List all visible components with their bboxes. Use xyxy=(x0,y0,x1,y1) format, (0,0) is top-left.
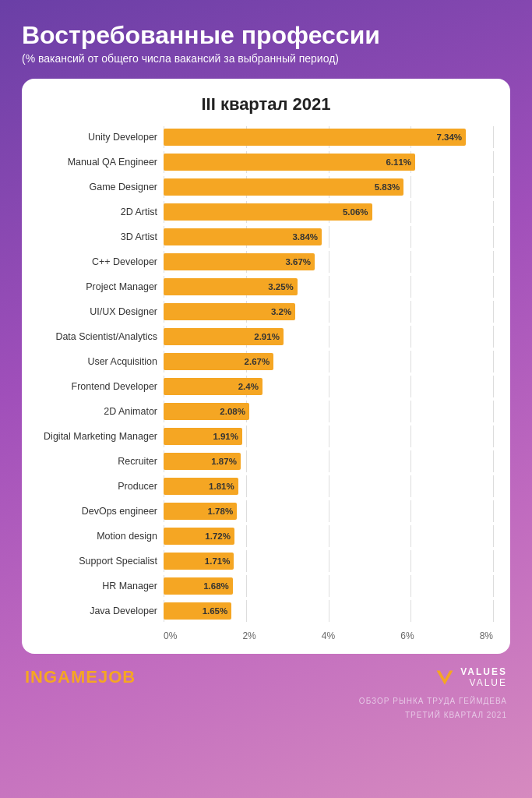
grid-line xyxy=(493,500,494,522)
bar: 1.68% xyxy=(164,577,233,595)
svg-marker-0 xyxy=(437,671,453,685)
bar-value-label: 2.67% xyxy=(245,357,270,366)
bar-value-label: 5.06% xyxy=(343,207,368,217)
grid-line xyxy=(410,425,411,447)
bars-wrapper: 2.67% xyxy=(164,353,493,370)
bar: 6.11% xyxy=(164,154,415,171)
grid-line xyxy=(410,251,411,273)
chart-row: UI/UX Designer3.2% xyxy=(39,302,493,322)
bar: 2.67% xyxy=(164,353,273,370)
bottom-note-line1: ОБЗОР РЫНКА ТРУДА ГЕЙМДЕВА xyxy=(359,697,507,705)
grid-line xyxy=(246,525,247,547)
row-label: Java Developer xyxy=(39,606,164,616)
row-label: Game Designer xyxy=(39,182,164,192)
bar-value-label: 1.68% xyxy=(203,581,229,591)
grid-line xyxy=(493,450,494,472)
bars-wrapper: 2.08% xyxy=(164,403,493,420)
bar: 1.65% xyxy=(164,602,231,620)
grid-line xyxy=(246,600,247,622)
bar: 2.08% xyxy=(164,403,249,420)
main-title: Востребованные профессии xyxy=(22,22,510,49)
footer: INGAMEJOB VALUES VALUE xyxy=(22,666,510,688)
grid-line xyxy=(410,500,411,522)
bars-wrapper: 6.11% xyxy=(164,154,493,171)
grid-line xyxy=(329,326,329,348)
row-label: Producer xyxy=(39,481,164,492)
grid-line xyxy=(410,351,411,373)
chart-card: III квартал 2021 Unity Developer7.34%Man… xyxy=(22,79,510,654)
bottom-note-line2: ТРЕТИЙ КВАРТАЛ 2021 xyxy=(405,711,507,719)
chart-row: 3D Artist3.84% xyxy=(39,227,493,247)
bar: 7.34% xyxy=(164,129,466,146)
sub-title: (% вакансий от общего числа вакансий за … xyxy=(22,52,510,65)
bar-value-label: 2.4% xyxy=(238,382,259,391)
bar: 2.4% xyxy=(164,378,262,395)
bars-wrapper: 1.87% xyxy=(164,453,493,470)
grid-line xyxy=(493,351,494,373)
grid-line xyxy=(493,176,494,198)
bar-value-label: 1.65% xyxy=(203,606,228,616)
grid-line xyxy=(246,475,247,497)
row-label: Project Manager xyxy=(39,281,164,292)
grid-line xyxy=(410,600,411,622)
grid-line xyxy=(246,575,247,597)
bars-wrapper: 2.91% xyxy=(164,328,493,345)
chart-row: Data Scientist/Analytics2.91% xyxy=(39,327,493,347)
grid-line xyxy=(246,500,247,522)
bar: 1.91% xyxy=(164,428,242,445)
grid-line xyxy=(410,201,411,223)
row-label: Manual QA Engineer xyxy=(39,157,164,168)
chart-row: Frontend Developer2.4% xyxy=(39,376,493,397)
chart-area: Unity Developer7.34%Manual QA Engineer6.… xyxy=(39,127,493,641)
grid-line xyxy=(493,425,494,447)
grid-line xyxy=(410,450,411,472)
bar-value-label: 7.34% xyxy=(436,132,462,142)
chart-row: Game Designer5.83% xyxy=(39,177,493,197)
brand-ingame: INGAMEJOB xyxy=(25,667,136,687)
bar-value-label: 1.78% xyxy=(208,507,234,516)
brand-values-line2: VALUE xyxy=(460,677,507,688)
bars-wrapper: 1.68% xyxy=(164,577,493,595)
axis-tick: 0% xyxy=(164,630,177,641)
brand-values: VALUES VALUE xyxy=(434,666,507,688)
row-label: DevOps engineer xyxy=(39,506,164,517)
grid-line xyxy=(410,176,411,198)
chart-row: Motion design1.72% xyxy=(39,526,493,546)
grid-line xyxy=(493,550,494,572)
bar: 3.2% xyxy=(164,303,295,320)
grid-line xyxy=(329,450,329,472)
grid-line xyxy=(246,450,247,472)
grid-line xyxy=(329,475,329,497)
row-label: UI/UX Designer xyxy=(39,306,164,317)
chart-row: Support Specialist1.71% xyxy=(39,551,493,571)
chart-row: Recruiter1.87% xyxy=(39,451,493,471)
row-label: 3D Artist xyxy=(39,231,164,242)
bar: 3.67% xyxy=(164,253,315,270)
bar-value-label: 1.72% xyxy=(205,531,231,541)
grid-line xyxy=(493,301,494,323)
brand-ingame-text: INGAME xyxy=(25,667,98,687)
grid-line xyxy=(329,276,329,298)
grid-line xyxy=(493,326,494,348)
bars-wrapper: 3.84% xyxy=(164,228,493,245)
bars-wrapper: 5.83% xyxy=(164,178,493,196)
grid-line xyxy=(410,401,411,422)
row-label: Unity Developer xyxy=(39,132,164,143)
axis-tick: 4% xyxy=(322,630,335,641)
axis-tick: 2% xyxy=(242,630,255,641)
bars-wrapper: 1.78% xyxy=(164,503,493,520)
row-label: 2D Artist xyxy=(39,207,164,217)
bar-value-label: 1.87% xyxy=(211,457,237,466)
grid-line xyxy=(329,376,329,397)
row-label: Data Scientist/Analytics xyxy=(39,331,164,342)
row-label: User Acquisition xyxy=(39,356,164,367)
bars-wrapper: 3.25% xyxy=(164,278,493,295)
grid-line xyxy=(410,376,411,397)
bar-value-label: 6.11% xyxy=(386,157,411,167)
chart-row: Unity Developer7.34% xyxy=(39,127,493,147)
card-title: III квартал 2021 xyxy=(39,94,493,115)
axis-tick: 6% xyxy=(400,630,414,641)
bar: 5.06% xyxy=(164,203,372,221)
chart-row: Project Manager3.25% xyxy=(39,277,493,297)
axis-area: 0%2%4%6%8% xyxy=(164,626,493,641)
